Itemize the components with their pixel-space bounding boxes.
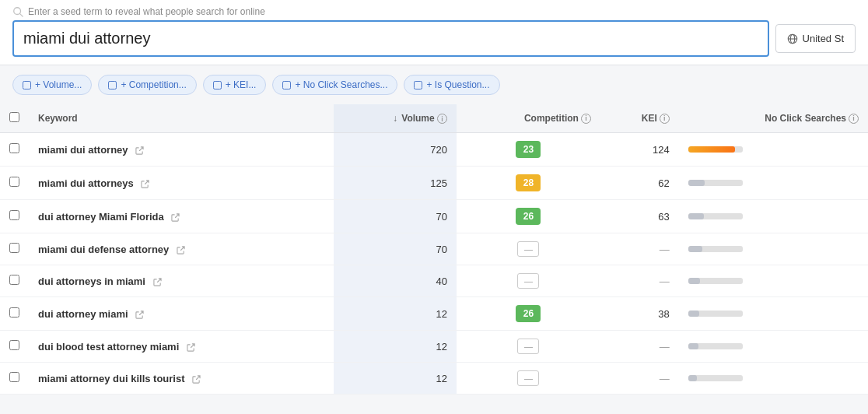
ncs-bar-track <box>688 146 743 153</box>
row-checkbox-cell[interactable] <box>0 331 29 363</box>
external-link-icon[interactable] <box>135 310 144 319</box>
volume-cell: 12 <box>334 331 457 363</box>
table-row: dui attorneys in miami 40—— <box>0 265 868 297</box>
competition-dash: — <box>517 241 539 257</box>
search-input[interactable] <box>14 22 768 55</box>
external-link-icon[interactable] <box>141 180 149 188</box>
row-checkbox[interactable] <box>9 307 19 318</box>
volume-cell: 70 <box>334 233 457 265</box>
row-checkbox[interactable] <box>9 275 19 285</box>
select-all-header[interactable] <box>0 104 29 133</box>
volume-info-icon[interactable]: i <box>437 114 447 124</box>
filter-noclicksearches[interactable]: + No Click Searches... <box>272 75 397 95</box>
competition-dash: — <box>517 339 539 354</box>
kei-cell: — <box>600 233 679 265</box>
table-row: miami attorney dui kills tourist 12—— <box>0 363 868 395</box>
competition-cell: — <box>457 233 600 265</box>
row-checkbox-cell[interactable] <box>0 297 29 331</box>
external-link-icon[interactable] <box>153 278 162 286</box>
ncs-bar-fill <box>688 310 699 317</box>
ncs-bar-fill <box>688 146 735 153</box>
row-checkbox-cell[interactable] <box>0 200 29 233</box>
volume-cell: 125 <box>334 167 457 200</box>
ncs-bar-fill <box>688 213 704 219</box>
ncs-cell <box>679 363 868 395</box>
keyword-cell: dui attorney Miami Florida <box>29 200 334 233</box>
filter-volume[interactable]: + Volume... <box>12 75 92 95</box>
table-row: miami dui attorneys 1252862 <box>0 167 868 200</box>
ncs-bar-track <box>688 246 743 252</box>
keyword-cell: dui attorney miami <box>29 297 334 331</box>
volume-header[interactable]: ↓ Volume i <box>334 104 457 133</box>
svg-line-1 <box>20 14 23 17</box>
ncs-cell <box>679 167 868 200</box>
territory-button[interactable]: United St <box>775 24 856 53</box>
ncs-info-icon[interactable]: i <box>849 114 859 124</box>
row-checkbox[interactable] <box>9 243 19 253</box>
kei-cell: — <box>600 331 679 363</box>
table-row: dui attorney miami 122638 <box>0 297 868 331</box>
volume-cell: 70 <box>334 200 457 233</box>
ncs-bar-fill <box>688 343 698 349</box>
svg-rect-6 <box>109 81 117 89</box>
competition-header: Competition i <box>457 104 600 133</box>
competition-cell: 26 <box>457 200 600 233</box>
row-checkbox[interactable] <box>9 143 19 153</box>
row-checkbox-cell[interactable] <box>0 167 29 200</box>
keyword-cell: miami attorney dui kills tourist <box>29 363 334 395</box>
search-input-wrapper <box>12 20 769 57</box>
row-checkbox-cell[interactable] <box>0 363 29 395</box>
filter-kei[interactable]: + KEI... <box>203 75 267 95</box>
ncs-bar-track <box>688 213 743 219</box>
kei-cell: 124 <box>600 133 679 167</box>
ncs-cell <box>679 265 868 297</box>
external-link-icon[interactable] <box>135 146 144 155</box>
ncs-cell <box>679 331 868 363</box>
kei-cell: 62 <box>600 167 679 200</box>
row-checkbox[interactable] <box>9 340 19 350</box>
select-all-checkbox[interactable] <box>9 112 19 122</box>
volume-cell: 12 <box>334 363 457 395</box>
ncs-cell <box>679 200 868 233</box>
seed-hint: Enter a seed term to reveal what people … <box>12 0 856 20</box>
row-checkbox[interactable] <box>9 210 19 220</box>
competition-badge: 23 <box>516 141 541 158</box>
ncs-cell <box>679 297 868 331</box>
kei-cell: — <box>600 363 679 395</box>
ncs-bar-fill <box>688 180 705 186</box>
row-checkbox[interactable] <box>9 372 19 382</box>
competition-cell: — <box>457 331 600 363</box>
ncs-bar-fill <box>688 375 697 381</box>
competition-cell: 23 <box>457 133 600 167</box>
ncs-bar-track <box>688 310 743 317</box>
table-row: miami dui defense attorney 70—— <box>0 233 868 265</box>
kei-cell: 38 <box>600 297 679 331</box>
keyword-header: Keyword <box>29 104 334 133</box>
external-link-icon[interactable] <box>192 375 201 384</box>
keyword-cell: dui blood test attorney miami <box>29 331 334 363</box>
external-link-icon[interactable] <box>177 246 185 254</box>
filter-competition[interactable]: + Competition... <box>98 75 196 95</box>
keyword-cell: miami dui attorneys <box>29 167 334 200</box>
row-checkbox-cell[interactable] <box>0 133 29 167</box>
row-checkbox-cell[interactable] <box>0 265 29 297</box>
filter-isquestion[interactable]: + Is Question... <box>404 75 499 95</box>
competition-cell: 28 <box>457 167 600 200</box>
kei-header: KEI i <box>600 104 679 133</box>
competition-cell: 26 <box>457 297 600 331</box>
svg-rect-8 <box>283 81 291 89</box>
row-checkbox[interactable] <box>9 177 19 187</box>
svg-rect-9 <box>415 81 422 89</box>
external-link-icon[interactable] <box>171 213 180 222</box>
table-row: dui attorney Miami Florida 702663 <box>0 200 868 233</box>
table-row: dui blood test attorney miami 12—— <box>0 331 868 363</box>
competition-info-icon[interactable]: i <box>581 114 591 124</box>
ncs-bar-track <box>688 278 743 284</box>
external-link-icon[interactable] <box>187 343 195 352</box>
ncs-bar-fill <box>688 246 702 252</box>
competition-cell: — <box>457 363 600 395</box>
kei-info-icon[interactable]: i <box>660 114 670 124</box>
table-row: miami dui attorney 72023124 <box>0 133 868 167</box>
row-checkbox-cell[interactable] <box>0 233 29 265</box>
competition-dash: — <box>517 273 539 289</box>
